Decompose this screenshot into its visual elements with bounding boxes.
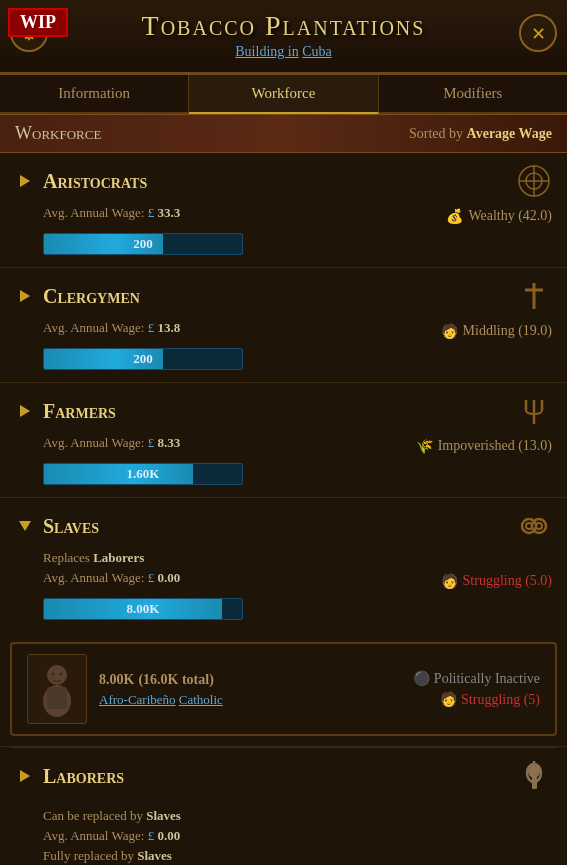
pop-group-laborers-header[interactable]: Laborers [0, 748, 567, 800]
building-location: Building in Cuba [50, 44, 517, 60]
farmers-bar-label: 1.60K [127, 466, 160, 482]
svg-point-14 [532, 519, 546, 533]
aristocrats-wealth-status: 💰 Wealthy (42.0) [446, 208, 552, 225]
slaves-details: Replaces Laborers Avg. Annual Wage: £ 0.… [0, 550, 567, 632]
clergymen-details: Avg. Annual Wage: £ 13.8 🧑 Middling (19.… [0, 320, 567, 382]
laborers-replaced-by: Can be replaced by Slaves [43, 808, 552, 824]
svg-point-25 [528, 764, 540, 778]
aristocrats-toggle[interactable] [15, 171, 35, 191]
farmers-bar-fill [44, 464, 193, 484]
section-title: Workforce [15, 123, 101, 144]
aristocrats-details: Avg. Annual Wage: £ 33.3 💰 Wealthy (42.0… [0, 205, 567, 267]
slaves-progress-bar: 8.00K [43, 598, 243, 620]
clergymen-toggle[interactable] [15, 286, 35, 306]
slaves-replaces: Replaces Laborers [43, 550, 552, 566]
slaves-card-info: 8.00K (16.0K total) Afro-Caribeño Cathol… [99, 670, 401, 708]
slaves-wealth-status: 🧑 Struggling (5.0) [441, 573, 552, 590]
clergymen-wealth-status: 🧑 Middling (19.0) [441, 323, 552, 340]
pop-group-slaves-header[interactable]: Slaves [0, 498, 567, 550]
laborers-name: Laborers [43, 765, 516, 788]
clergymen-bar-label: 200 [133, 351, 153, 367]
farmers-name: Farmers [43, 400, 516, 423]
laborers-avg-wage: Avg. Annual Wage: £ 0.00 [43, 828, 552, 844]
politically-inactive-icon: ⚫ [413, 670, 430, 687]
aristocrats-icon [516, 163, 552, 199]
sort-label: Sorted by Average Wage [409, 126, 552, 142]
slaves-avatar [27, 654, 87, 724]
svg-point-16 [536, 523, 542, 529]
slaves-bar-label: 8.00K [127, 601, 160, 617]
aristocrats-bar-label: 200 [133, 236, 153, 252]
laborers-toggle[interactable] [15, 766, 35, 786]
slaves-expanded-card: 8.00K (16.0K total) Afro-Caribeño Cathol… [10, 642, 557, 736]
tab-bar: Information Workforce Modifiers [0, 75, 567, 114]
pop-group-slaves: Slaves Replaces Laborers Avg. Annual Wag… [0, 498, 567, 747]
pop-group-aristocrats: Aristocrats Avg. Annual Wage: £ 33.3 💰 W… [0, 153, 567, 268]
laborers-icon [516, 758, 552, 794]
slaves-avg-wage: Avg. Annual Wage: £ 0.00 [43, 570, 180, 586]
slaves-count: 8.00K (16.0K total) [99, 670, 401, 688]
aristocrats-progress-bar: 200 [43, 233, 243, 255]
slaves-tags: Afro-Caribeño Catholic [99, 692, 401, 708]
svg-point-20 [52, 673, 55, 676]
tab-modifiers[interactable]: Modifiers [379, 75, 567, 112]
slaves-card-right: ⚫ Politically Inactive 🧑 Struggling (5) [413, 670, 540, 708]
clergymen-icon [516, 278, 552, 314]
pop-group-farmers-header[interactable]: Farmers [0, 383, 567, 435]
slaves-name: Slaves [43, 515, 516, 538]
farmers-icon [516, 393, 552, 429]
aristocrats-wealth-icon: 💰 [446, 208, 463, 225]
clergymen-avg-wage: Avg. Annual Wage: £ 13.8 [43, 320, 180, 336]
pop-group-clergymen-header[interactable]: Clergymen [0, 268, 567, 320]
slaves-struggling-icon: 🧑 [440, 691, 457, 708]
tab-workforce[interactable]: Workforce [189, 75, 378, 114]
clergymen-progress-bar: 200 [43, 348, 243, 370]
corner-right-button[interactable]: ✕ [513, 8, 563, 58]
tab-information[interactable]: Information [0, 75, 189, 112]
svg-point-15 [526, 523, 532, 529]
clergymen-wealth-icon: 🧑 [441, 323, 458, 340]
farmers-progress-bar: 1.60K [43, 463, 243, 485]
building-header: ⚙ Tobacco Plantations Building in Cuba ✕ [0, 0, 567, 75]
farmers-wealth-icon: 🌾 [416, 438, 433, 455]
slaves-ethnicity-tag[interactable]: Afro-Caribeño [99, 692, 176, 707]
slaves-religion-tag[interactable]: Catholic [179, 692, 223, 707]
svg-point-21 [60, 673, 63, 676]
clergymen-wealth-label: Middling (19.0) [463, 323, 552, 339]
aristocrats-avg-wage: Avg. Annual Wage: £ 33.3 [43, 205, 180, 221]
svg-rect-22 [47, 687, 67, 709]
farmers-wealth-status: 🌾 Impoverished (13.0) [416, 438, 552, 455]
pop-group-clergymen: Clergymen Avg. Annual Wage: £ 13.8 🧑 Mid… [0, 268, 567, 383]
slaves-wealth-label: Struggling (5.0) [463, 573, 552, 589]
workforce-section-header: Workforce Sorted by Average Wage [0, 114, 567, 153]
laborers-details: Can be replaced by Slaves Avg. Annual Wa… [0, 800, 567, 865]
farmers-avg-wage: Avg. Annual Wage: £ 8.33 [43, 435, 180, 451]
svg-text:✕: ✕ [531, 24, 546, 44]
laborers-fully-replaced: Fully replaced by Slaves [43, 848, 552, 864]
aristocrats-wealth-label: Wealthy (42.0) [468, 208, 552, 224]
slaves-wealth-icon: 🧑 [441, 573, 458, 590]
building-title: Tobacco Plantations [50, 10, 517, 42]
main-content: Aristocrats Avg. Annual Wage: £ 33.3 💰 W… [0, 153, 567, 865]
slaves-political-status: ⚫ Politically Inactive [413, 670, 540, 687]
aristocrats-name: Aristocrats [43, 170, 516, 193]
pop-group-aristocrats-header[interactable]: Aristocrats [0, 153, 567, 205]
pop-group-farmers: Farmers Avg. Annual Wage: £ 8.33 🌾 Imp [0, 383, 567, 498]
slaves-struggling-status: 🧑 Struggling (5) [413, 691, 540, 708]
clergymen-name: Clergymen [43, 285, 516, 308]
farmers-toggle[interactable] [15, 401, 35, 421]
slaves-icon [516, 508, 552, 544]
pop-group-laborers: Laborers Can be replaced by Slaves Avg. … [0, 748, 567, 865]
farmers-details: Avg. Annual Wage: £ 8.33 🌾 Impoverished … [0, 435, 567, 497]
farmers-wealth-label: Impoverished (13.0) [438, 438, 552, 454]
slaves-toggle[interactable] [15, 516, 35, 536]
wip-badge: WIP [8, 8, 68, 37]
